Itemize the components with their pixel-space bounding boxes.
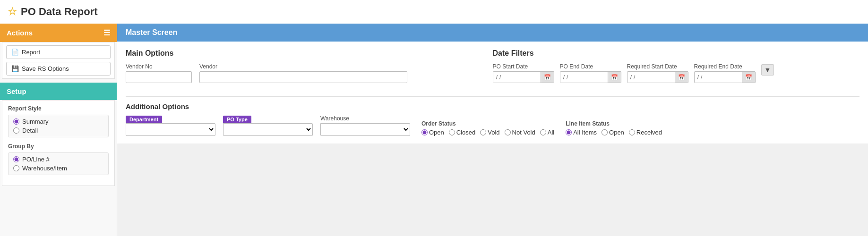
- order-status-void-radio[interactable]: [480, 129, 486, 135]
- po-end-date-group: PO End Date 📅: [560, 63, 621, 83]
- report-style-summary[interactable]: Summary: [13, 118, 103, 125]
- vendor-group: Vendor: [199, 63, 407, 83]
- main-options-row: Vendor No Vendor: [126, 63, 493, 83]
- main-content: Master Screen Main Options Vendor No Ven…: [117, 24, 868, 236]
- group-by-po-line-label: PO/Line #: [22, 156, 50, 163]
- report-button[interactable]: 📄 Report: [6, 45, 111, 59]
- required-end-date-input[interactable]: [695, 72, 742, 83]
- order-status-open[interactable]: Open: [421, 129, 444, 136]
- expand-button[interactable]: ▼: [761, 64, 774, 76]
- department-tag: Department: [126, 116, 162, 123]
- additional-options-row: Department PO Type Warehouse: [126, 115, 859, 136]
- group-by-warehouse-item-radio[interactable]: [13, 165, 19, 171]
- setup-section-header[interactable]: Setup: [0, 83, 117, 100]
- main-options-section: Main Options Vendor No Vendor: [126, 49, 493, 91]
- order-status-not-void-radio[interactable]: [505, 129, 511, 135]
- vendor-no-group: Vendor No: [126, 63, 192, 83]
- order-status-all-radio[interactable]: [540, 129, 546, 135]
- department-group: Department: [126, 116, 215, 136]
- warehouse-label: Warehouse: [320, 115, 410, 122]
- line-item-received-radio[interactable]: [629, 129, 635, 135]
- actions-body: 📄 Report 💾 Save RS Options: [2, 42, 115, 79]
- line-item-open[interactable]: Open: [602, 129, 624, 136]
- save-rs-options-button[interactable]: 💾 Save RS Options: [6, 62, 111, 76]
- order-status-not-void[interactable]: Not Void: [505, 129, 535, 136]
- order-status-not-void-label: Not Void: [512, 129, 535, 136]
- report-icon: 📄: [11, 49, 19, 56]
- date-filters-title: Date Filters: [493, 49, 860, 58]
- line-item-open-label: Open: [609, 129, 624, 136]
- required-end-date-group: Required End Date 📅: [694, 63, 756, 83]
- line-item-all-items-label: All Items: [573, 129, 597, 136]
- group-by-group: PO/Line # Warehouse/Item: [8, 152, 109, 175]
- top-sections: Main Options Vendor No Vendor: [126, 49, 859, 91]
- po-start-date-wrapper: 📅: [493, 71, 554, 83]
- order-status-closed-label: Closed: [456, 129, 475, 136]
- po-start-date-cal-button[interactable]: 📅: [541, 72, 554, 83]
- date-filters-section: Date Filters PO Start Date 📅 PO End Date: [493, 49, 860, 91]
- actions-label: Actions: [7, 29, 33, 37]
- required-end-date-wrapper: 📅: [694, 71, 756, 83]
- line-item-received[interactable]: Received: [629, 129, 662, 136]
- group-by-warehouse-item[interactable]: Warehouse/Item: [13, 165, 103, 172]
- po-type-select[interactable]: [223, 123, 313, 136]
- group-by-warehouse-item-label: Warehouse/Item: [22, 165, 67, 172]
- order-status-label: Order Status: [421, 120, 554, 127]
- master-screen-title: Master Screen: [126, 28, 177, 36]
- line-item-status-label: Line Item Status: [566, 120, 662, 127]
- po-start-date-input[interactable]: [493, 72, 541, 83]
- required-start-date-label: Required Start Date: [627, 63, 688, 70]
- setup-body: Report Style Summary Detail Group By PO/…: [2, 100, 115, 186]
- line-item-all-items[interactable]: All Items: [566, 129, 597, 136]
- vendor-no-label: Vendor No: [126, 63, 192, 70]
- vendor-no-input[interactable]: [126, 71, 192, 83]
- report-style-detail[interactable]: Detail: [13, 127, 103, 134]
- po-type-tag: PO Type: [223, 116, 251, 123]
- report-label: Report: [22, 49, 40, 56]
- po-end-date-cal-button[interactable]: 📅: [608, 72, 621, 83]
- master-screen-body: Main Options Vendor No Vendor: [117, 42, 868, 143]
- order-status-closed[interactable]: Closed: [449, 129, 475, 136]
- order-status-open-radio[interactable]: [421, 129, 428, 135]
- order-status-void[interactable]: Void: [480, 129, 499, 136]
- hamburger-icon: ☰: [103, 28, 110, 37]
- required-start-date-input[interactable]: [627, 72, 675, 83]
- order-status-all[interactable]: All: [540, 129, 554, 136]
- po-type-group: PO Type: [223, 116, 313, 136]
- required-start-date-wrapper: 📅: [627, 71, 688, 83]
- divider: [126, 96, 859, 97]
- order-status-group: Order Status Open Closed Void: [421, 120, 554, 136]
- star-icon: ☆: [8, 6, 17, 18]
- setup-label: Setup: [7, 87, 26, 95]
- main-options-title: Main Options: [126, 49, 493, 58]
- group-by-label: Group By: [8, 143, 109, 150]
- line-item-all-items-radio[interactable]: [566, 129, 572, 135]
- po-start-date-group: PO Start Date 📅: [493, 63, 554, 83]
- vendor-label: Vendor: [199, 63, 407, 70]
- warehouse-select[interactable]: [320, 123, 410, 136]
- page-header: ☆ PO Data Report: [0, 0, 868, 24]
- actions-section-header[interactable]: Actions ☰: [0, 24, 117, 42]
- vendor-input[interactable]: [199, 71, 407, 83]
- report-style-detail-label: Detail: [22, 127, 38, 134]
- department-select[interactable]: [126, 123, 215, 136]
- warehouse-group: Warehouse: [320, 115, 410, 136]
- report-style-summary-radio[interactable]: [13, 118, 19, 125]
- line-item-status-group: Line Item Status All Items Open Recei: [566, 120, 662, 136]
- report-style-detail-radio[interactable]: [13, 127, 19, 134]
- date-filters-row: PO Start Date 📅 PO End Date 📅: [493, 63, 860, 83]
- report-style-summary-label: Summary: [22, 118, 49, 125]
- order-status-open-label: Open: [429, 129, 444, 136]
- order-status-radio-group: Open Closed Void Not Void: [421, 129, 554, 136]
- page-title: PO Data Report: [21, 6, 98, 18]
- order-status-closed-radio[interactable]: [449, 129, 455, 135]
- required-end-date-cal-button[interactable]: 📅: [742, 72, 755, 83]
- group-by-po-line[interactable]: PO/Line #: [13, 156, 103, 163]
- po-end-date-wrapper: 📅: [560, 71, 621, 83]
- save-rs-label: Save RS Options: [22, 65, 69, 72]
- required-start-date-cal-button[interactable]: 📅: [675, 72, 688, 83]
- line-item-status-radio-group: All Items Open Received: [566, 129, 662, 136]
- line-item-open-radio[interactable]: [602, 129, 608, 135]
- group-by-po-line-radio[interactable]: [13, 156, 19, 162]
- po-end-date-input[interactable]: [560, 72, 608, 83]
